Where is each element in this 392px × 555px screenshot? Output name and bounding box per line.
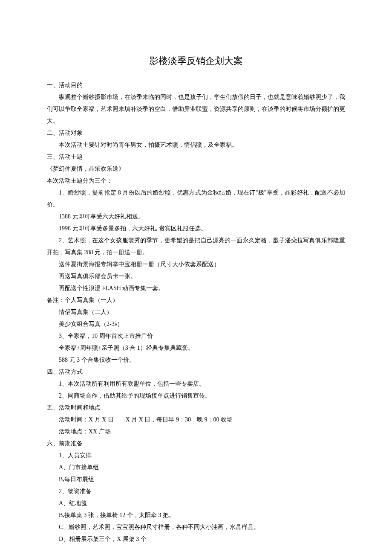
document-page: 影楼淡季反销企划大案 一、活动目的 纵观整个婚纱摄影市场，在淡季来临的同时，也是…	[0, 0, 392, 555]
body-text: 588 元 3 个合集仅收一个价。	[47, 354, 345, 366]
body-text: B,接单桌 3 张，接单椅 12 个，太阳伞 3 把。	[47, 509, 345, 521]
body-text: D、相册展示架三个，X 展架 3 个	[47, 533, 345, 545]
document-title: 影楼淡季反销企划大案	[47, 55, 345, 67]
body-text: 1998 元即可享受多景多拍，六大好礼, 贵宾区礼服任选。	[47, 223, 345, 235]
body-text: 1、婚纱照，提前抢定 8 月份以后的婚纱照，优惠方式为金秋结婚，现在订"极"享受…	[47, 187, 345, 211]
body-text: 活动时间：X 月 X 日——X 月 X 日，每日早 9：30—晚 9：00 收场	[47, 414, 345, 426]
body-text: 本次活动主要针对时尚青年男女，拍摄艺术照，情侣照，及全家福。	[47, 139, 345, 151]
body-text: 3、全家福，10 周年首次上市推广价	[47, 330, 345, 342]
body-text: 再配送个性浪漫 FLASH 动画专集一套。	[47, 282, 345, 294]
section-heading: 二、活动对象	[47, 127, 345, 139]
section-heading: 三、活动主题	[47, 151, 345, 163]
body-text: 1、人员安排	[47, 450, 345, 462]
body-text: 1、本次活动所有利用所有联盟单位，包括一些专卖店。	[47, 378, 345, 390]
body-text: 再送写真俱乐部会员卡一张。	[47, 270, 345, 282]
body-text: 全家福+周年照+亲子照（3 合 1）经典专集典藏套。	[47, 342, 345, 354]
body-text: 2、同商场合作，借助其给予的现场接单点进行销售宣传。	[47, 390, 345, 402]
section-heading: 五、活动时间和地点	[47, 402, 345, 414]
section-heading: 一、活动目的	[47, 79, 345, 91]
body-text: 备注：个人写真集（一人）	[47, 294, 345, 306]
body-text: C、婚纱照，艺术照，宝宝照各种尺寸样册，各种不同大小油画，水晶样品。	[47, 521, 345, 533]
body-text: 《梦幻仲夏情，晶采欢乐送》	[47, 163, 345, 175]
body-text: 本次活动主题分为三个：	[47, 175, 345, 187]
section-heading: 四、活动方式	[47, 366, 345, 378]
body-text: A、红地毯	[47, 497, 345, 509]
body-text: 情侣写真集（二人）	[47, 306, 345, 318]
body-text: 纵观整个婚纱摄影市场，在淡季来临的同时，也是孩子们，学生们放假的日子，也就是意味…	[47, 91, 345, 127]
body-text: 送仲夏街景海报专辑掌中宝相册一册（尺寸大小依套系配送）	[47, 259, 345, 270]
body-text: A、门市接单组	[47, 462, 345, 474]
body-text: 2、物资准备	[47, 485, 345, 497]
body-text: 美少女组合写真（2-3λ）	[47, 318, 345, 330]
body-text: 1388 元即可享受六大好礼相送。	[47, 211, 345, 223]
body-text: 2、艺术照，在这个女孩服装秀的季节，更希望的是把自己漂亮的一面永久定格，凰子潘朵…	[47, 235, 345, 259]
body-text: 活动地点：XX 广场	[47, 426, 345, 438]
section-heading: 六、前期准备	[47, 438, 345, 450]
body-text: B,每日布展组	[47, 474, 345, 485]
